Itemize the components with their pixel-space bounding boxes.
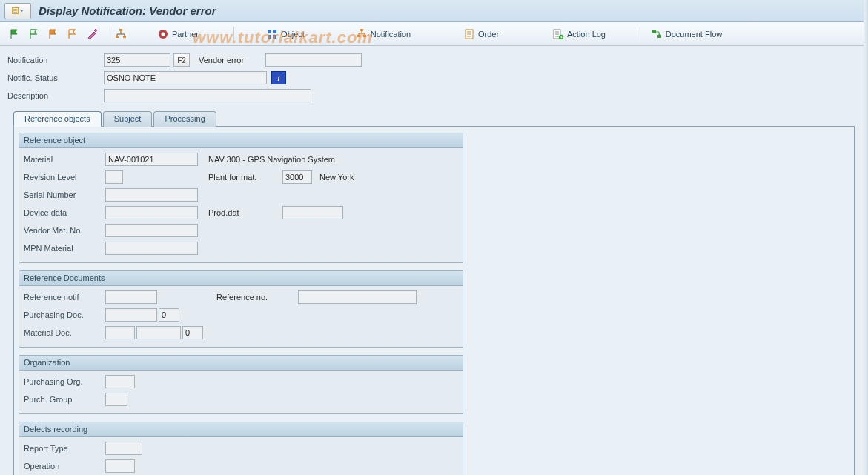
svg-point-5 — [161, 32, 165, 36]
notification-label: Notification — [371, 30, 411, 39]
svg-rect-3 — [123, 36, 126, 38]
notification-no-label: Notification — [7, 56, 104, 64]
partner-button[interactable]: Partner — [131, 26, 228, 42]
flag-orange-outline-icon[interactable] — [64, 26, 82, 42]
operation-label: Operation — [24, 462, 105, 471]
reference-notif-field[interactable] — [105, 290, 157, 304]
toolbar-separator — [107, 27, 107, 41]
notification-type-extra-field[interactable] — [265, 53, 362, 67]
titlebar: Display Notification: Vendor error — [0, 0, 868, 22]
reference-notif-label: Reference notif — [24, 293, 105, 302]
material-doc-field-1[interactable] — [105, 326, 135, 339]
revision-level-label: Revision Level — [24, 173, 105, 182]
purchasing-doc-field[interactable] — [105, 308, 157, 322]
notific-status-label: Notific. Status — [7, 73, 104, 82]
document-flow-button[interactable]: Document Flow — [640, 26, 736, 42]
prod-dat-field[interactable] — [282, 206, 343, 219]
notification-no-field[interactable] — [104, 53, 170, 67]
order-icon — [463, 28, 475, 40]
report-type-label: Report Type — [24, 444, 105, 453]
reference-no-field[interactable] — [298, 290, 417, 304]
device-data-label: Device data — [24, 208, 105, 217]
operation-field[interactable] — [105, 459, 135, 473]
svg-rect-6 — [268, 30, 271, 33]
serial-number-label: Serial Number — [24, 190, 105, 199]
object-icon — [266, 28, 278, 40]
f2-help-button[interactable]: F2 — [173, 53, 190, 67]
group-reference-object-title: Reference object — [19, 133, 463, 148]
group-reference-documents-title: Reference Documents — [19, 271, 463, 286]
svg-rect-12 — [363, 35, 366, 37]
action-log-button[interactable]: Action Log — [532, 26, 629, 42]
menu-button[interactable] — [4, 3, 31, 19]
tab-subject[interactable]: Subject — [103, 111, 153, 127]
notification-button[interactable]: Notification — [337, 26, 433, 42]
app-toolbar: Partner Object Notification Order Action… — [0, 22, 868, 46]
flag-green-icon[interactable] — [6, 26, 24, 42]
material-doc-label: Material Doc. — [24, 328, 105, 337]
document-flow-icon — [651, 28, 663, 40]
description-field[interactable] — [104, 89, 311, 102]
group-organization-title: Organization — [19, 356, 463, 371]
material-field[interactable] — [105, 153, 198, 166]
object-button[interactable]: Object — [239, 26, 335, 42]
page-title: Display Notification: Vendor error — [39, 4, 216, 17]
tab-reference-objects[interactable]: Reference objects — [13, 111, 102, 127]
notification-icon — [356, 28, 368, 40]
vendor-mat-no-field[interactable] — [105, 224, 198, 237]
svg-rect-8 — [268, 35, 271, 39]
status-info-icon[interactable]: i — [271, 71, 286, 84]
object-label: Object — [281, 30, 305, 39]
partner-icon — [157, 28, 169, 40]
group-defects-recording-title: Defects recording — [19, 422, 463, 437]
purchasing-org-label: Purchasing Org. — [24, 377, 105, 386]
svg-rect-11 — [357, 35, 360, 37]
mpn-material-label: MPN Material — [24, 244, 105, 253]
toolbar-separator — [635, 27, 635, 41]
order-label: Order — [478, 30, 499, 39]
prod-dat-label: Prod.dat — [208, 208, 282, 217]
group-organization: Organization Purchasing Org. Purch. Grou… — [19, 355, 463, 414]
serial-number-field[interactable] — [105, 188, 198, 202]
svg-rect-16 — [652, 30, 656, 33]
group-defects-recording: Defects recording Report Type Operation — [19, 422, 463, 475]
flag-green-outline-icon[interactable] — [25, 26, 43, 42]
revision-level-field[interactable] — [105, 170, 123, 184]
partner-label: Partner — [172, 30, 199, 39]
device-data-field[interactable] — [105, 206, 198, 219]
svg-rect-1 — [119, 29, 122, 31]
menu-dropdown-icon — [12, 6, 24, 16]
material-doc-item-field[interactable] — [182, 326, 203, 339]
report-type-field[interactable] — [105, 442, 142, 455]
tab-processing[interactable]: Processing — [153, 111, 216, 127]
action-log-icon — [552, 28, 564, 40]
vendor-mat-no-label: Vendor Mat. No. — [24, 226, 105, 235]
purchasing-org-field[interactable] — [105, 375, 135, 388]
action-log-label: Action Log — [567, 30, 606, 39]
flag-orange-icon[interactable] — [44, 26, 62, 42]
svg-rect-9 — [273, 35, 276, 39]
notific-status-field[interactable] — [104, 71, 267, 84]
structure-icon[interactable] — [112, 26, 130, 42]
material-doc-field-2[interactable] — [136, 326, 181, 339]
group-reference-object: Reference object Material NAV 300 - GPS … — [19, 133, 463, 263]
svg-rect-10 — [360, 29, 363, 31]
plant-field[interactable] — [282, 170, 312, 184]
order-button[interactable]: Order — [434, 26, 531, 42]
material-text: NAV 300 - GPS Navigation System — [208, 155, 335, 164]
purch-group-label: Purch. Group — [24, 395, 105, 404]
wand-icon[interactable] — [83, 26, 101, 42]
frame-right-edge — [864, 0, 868, 475]
purchasing-doc-label: Purchasing Doc. — [24, 310, 105, 319]
mpn-material-field[interactable] — [105, 242, 198, 255]
tabstrip: Reference objects Subject Processing — [13, 110, 861, 126]
notification-type-text: Vendor error — [199, 56, 265, 64]
tab-panel-reference-objects: Reference object Material NAV 300 - GPS … — [13, 126, 855, 475]
purch-group-field[interactable] — [105, 393, 127, 406]
plant-for-mat-label: Plant for mat. — [208, 173, 282, 182]
purchasing-doc-item-field[interactable] — [159, 308, 179, 322]
material-label: Material — [24, 155, 105, 164]
group-reference-documents: Reference Documents Reference notif Refe… — [19, 270, 463, 348]
reference-no-label: Reference no. — [216, 293, 298, 302]
header-form: Notification F2 Vendor error Notific. St… — [0, 46, 868, 475]
